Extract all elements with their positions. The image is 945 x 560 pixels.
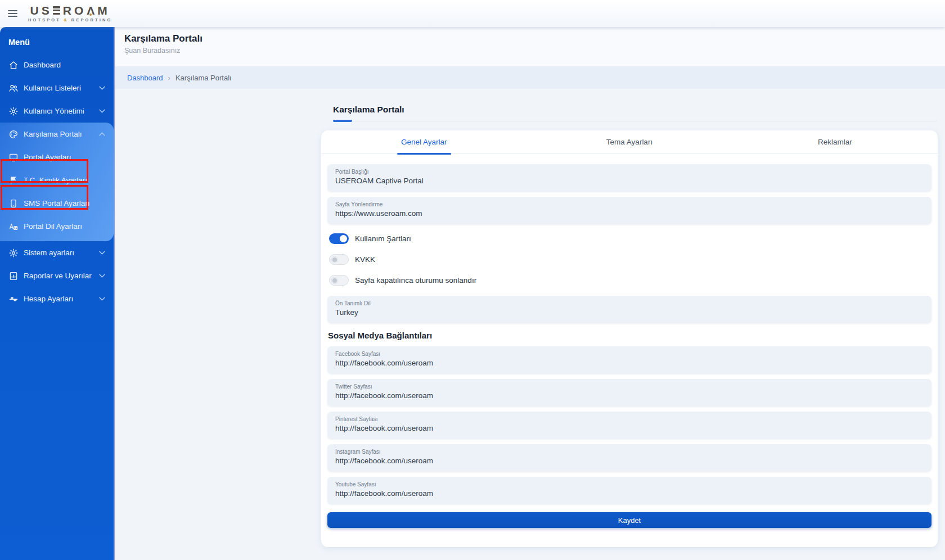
twitter-page-field[interactable]: Twitter Sayfası http://facebook.com/user… xyxy=(327,379,932,406)
default-language-field[interactable]: Ön Tanımlı Dil Turkey xyxy=(327,296,932,323)
kullanim-sartlari-toggle[interactable] xyxy=(329,233,349,244)
chevron-up-icon xyxy=(99,132,105,136)
hamburger-menu-icon[interactable] xyxy=(8,10,19,17)
page-header: Karşılama Portalı Şuan Buradasınız xyxy=(115,27,945,66)
palette-icon xyxy=(8,129,19,139)
portal-title-field[interactable]: Portal Başlığı USEROAM Captive Portal xyxy=(327,164,932,191)
pinterest-page-field[interactable]: Pinterest Sayfası http://facebook.com/us… xyxy=(327,412,932,439)
sidebar-item-kullanici-listeleri[interactable]: Kullanıcı Listeleri xyxy=(0,76,114,100)
facebook-page-field[interactable]: Facebook Sayfası http://facebook.com/use… xyxy=(327,346,932,373)
report-chart-icon xyxy=(8,271,19,281)
translate-icon xyxy=(8,222,19,232)
section-title: Karşılama Portalı xyxy=(333,105,404,115)
sidebar-item-kullanici-yonetimi[interactable]: Kullanıcı Yönetimi xyxy=(0,100,114,123)
flag-icon xyxy=(8,175,19,186)
topbar: US RO Λ M HOTSPOT & REPORTING xyxy=(0,0,945,27)
sidebar-item-tc-kimlik-ayarlari[interactable]: T.C. Kimlik Ayarları xyxy=(0,169,114,192)
logo-part2: RO xyxy=(63,4,87,16)
toggle-row-kullanim-sartlari: Kullanım Şartları xyxy=(329,233,930,244)
sidebar-item-hesap-ayarlari[interactable]: Hesap Ayarları xyxy=(0,287,114,310)
tab-tema-ayarlari[interactable]: Tema Ayarları xyxy=(526,130,732,153)
breadcrumb: Dashboard › Karşılama Portalı xyxy=(115,66,945,89)
logo-part1: US xyxy=(30,4,52,16)
page: US RO Λ M HOTSPOT & REPORTING Menü Dashb… xyxy=(0,0,945,560)
logo-gold-dot-icon xyxy=(89,13,92,16)
settings-card: Genel Ayarlar Tema Ayarları Reklamlar Po… xyxy=(321,130,938,547)
connection-icon xyxy=(8,294,19,304)
breadcrumb-separator: › xyxy=(168,74,170,82)
social-media-heading: Sosyal Medya Bağlantıları xyxy=(328,331,932,340)
sidebar-menu-label: Menü xyxy=(0,27,114,53)
phone-icon xyxy=(8,198,19,209)
main-content: Karşılama Portalı Genel Ayarlar Tema Aya… xyxy=(115,89,945,560)
sidebar-item-karsilama-portali[interactable]: Karşılama Portalı xyxy=(0,123,114,146)
section-title-underline xyxy=(333,120,937,122)
instagram-page-field[interactable]: Instagram Sayfası http://facebook.com/us… xyxy=(327,444,932,471)
page-redirect-field[interactable]: Sayfa Yönlendirme https://www.useroam.co… xyxy=(327,197,932,224)
home-icon xyxy=(8,60,19,70)
page-title: Karşılama Portalı xyxy=(124,33,945,44)
sidebar-item-portal-dil-ayarlari[interactable]: Portal Dil Ayarları xyxy=(0,215,114,238)
breadcrumb-dashboard-link[interactable]: Dashboard xyxy=(127,74,163,82)
logo-e-bars-icon xyxy=(53,6,60,15)
save-button[interactable]: Kaydet xyxy=(327,512,932,528)
end-session-on-close-toggle[interactable] xyxy=(329,275,349,286)
sidebar-item-sms-portal-ayarlari[interactable]: SMS Portal Ayarları xyxy=(0,192,114,215)
chevron-down-icon xyxy=(99,86,105,90)
useroam-logo: US RO Λ M HOTSPOT & REPORTING xyxy=(28,4,112,22)
toggle-row-kvkk: KVKK xyxy=(329,254,930,265)
sidebar-item-dashboard[interactable]: Dashboard xyxy=(0,53,114,76)
karsilama-portali-submenu-panel: Karşılama Portalı Portal Ayarları T.C. K… xyxy=(0,123,114,241)
breadcrumb-current: Karşılama Portalı xyxy=(176,74,232,82)
toggle-row-oturum-sonlandir: Sayfa kapatılınca oturumu sonlandır xyxy=(329,275,930,286)
tab-genel-ayarlar[interactable]: Genel Ayarlar xyxy=(321,130,526,153)
chevron-down-icon xyxy=(99,251,105,255)
chevron-down-icon xyxy=(99,109,105,113)
youtube-page-field[interactable]: Youtube Sayfası http://facebook.com/user… xyxy=(327,477,932,504)
logo-wordmark: US RO Λ M xyxy=(30,4,110,16)
sidebar: Menü Dashboard Kullanıcı Listeleri Kulla… xyxy=(0,27,115,560)
logo-part3: M xyxy=(97,4,110,16)
gear-icon xyxy=(8,106,19,116)
tab-bar: Genel Ayarlar Tema Ayarları Reklamlar xyxy=(321,130,938,154)
tab-reklamlar[interactable]: Reklamlar xyxy=(732,130,938,153)
users-icon xyxy=(8,83,19,93)
logo-lambda: Λ xyxy=(87,4,94,16)
sidebar-item-sistem-ayarlari[interactable]: Sistem ayarları xyxy=(0,241,114,264)
sidebar-item-raporlar-ve-uyarilar[interactable]: Raporlar ve Uyarılar xyxy=(0,264,114,287)
gear-icon xyxy=(8,248,19,258)
logo-subtitle: HOTSPOT & REPORTING xyxy=(28,18,112,22)
chevron-down-icon xyxy=(99,274,105,278)
sidebar-item-portal-ayarlari[interactable]: Portal Ayarları xyxy=(0,146,114,169)
toggle-group: Kullanım Şartları KVKK Sayfa kapatılınca… xyxy=(327,229,932,286)
page-subtitle: Şuan Buradasınız xyxy=(124,47,945,55)
chevron-down-icon xyxy=(99,297,105,301)
monitor-icon xyxy=(8,152,19,162)
general-settings-form: Portal Başlığı USEROAM Captive Portal Sa… xyxy=(321,154,938,528)
kvkk-toggle[interactable] xyxy=(329,254,349,265)
